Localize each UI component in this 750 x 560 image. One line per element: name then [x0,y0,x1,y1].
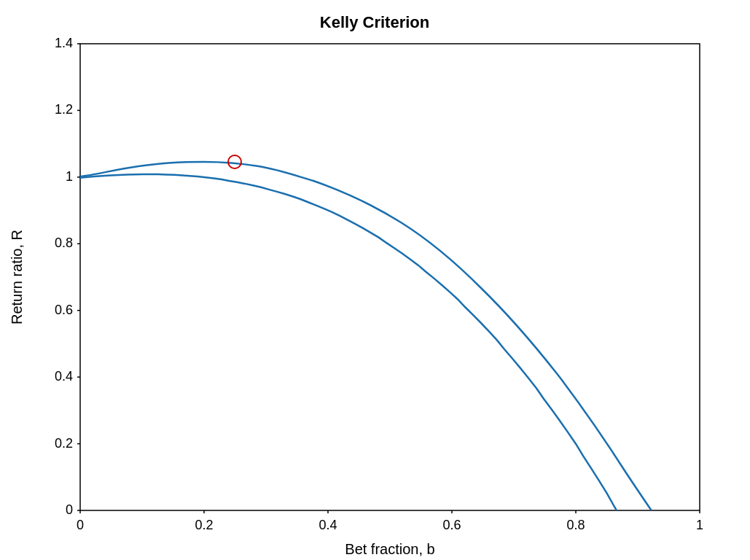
y-axis-label: Return ratio, R [9,230,25,324]
x-label-04: 0.4 [319,518,337,532]
y-label-04: 0.4 [55,369,73,384]
y-label-0: 0 [66,502,73,517]
y-label-02: 0.2 [55,436,73,451]
x-label-02: 0.2 [195,518,213,532]
x-label-08: 0.8 [566,518,585,532]
chart-title: Kelly Criterion [320,13,429,31]
chart-container: Kelly Criterion 0 0.2 0.4 0.6 0.8 1 1.2 … [0,0,750,560]
x-label-06: 0.6 [442,518,461,532]
y-label-10: 1 [66,169,73,184]
plot-area-bg [80,44,700,510]
y-label-06: 0.6 [55,303,73,317]
kelly-criterion-chart: Kelly Criterion 0 0.2 0.4 0.6 0.8 1 1.2 … [0,0,750,560]
x-label-0: 0 [77,518,84,532]
y-label-08: 0.8 [55,236,73,250]
x-axis-label: Bet fraction, b [345,541,434,557]
y-label-12: 1.2 [55,102,73,117]
y-label-14: 1.4 [55,36,73,50]
x-label-10: 1 [696,518,703,532]
